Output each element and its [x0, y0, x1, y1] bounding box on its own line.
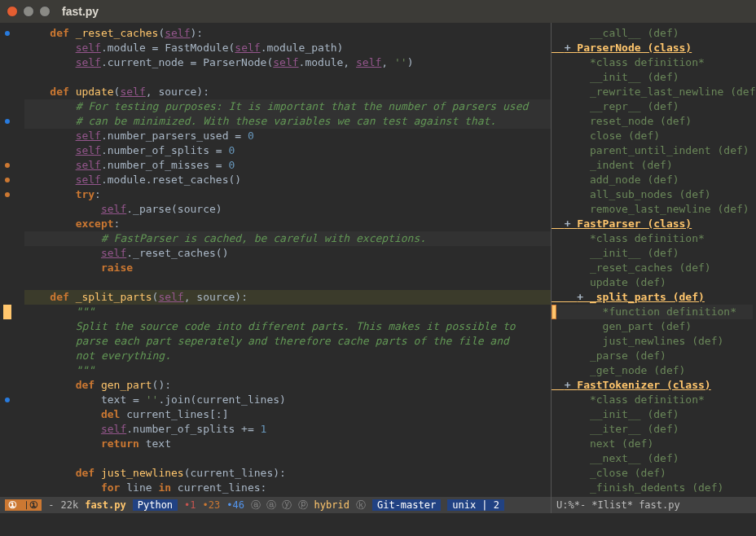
outline-item[interactable]: next (def)	[552, 437, 753, 451]
outline-item[interactable]: __init__ (def)	[552, 246, 753, 261]
outline-item[interactable]: __iter__ (def)	[552, 422, 753, 437]
editor-area: def _reset_caches(self): self.module = F…	[0, 23, 756, 497]
outline-item[interactable]: *class definition*	[552, 55, 753, 70]
window-titlebar: fast.py	[0, 0, 756, 23]
outline-item[interactable]: __init__ (def)	[552, 70, 753, 85]
status-encoding: unix | 2	[447, 499, 504, 511]
outline-item[interactable]: all_sub_nodes (def)	[552, 187, 753, 202]
outline-item[interactable]: __next__ (def)	[552, 451, 753, 466]
outline-item[interactable]: *class definition*	[552, 393, 753, 407]
status-right-text: U:%*- *Ilist* fast.py	[556, 499, 680, 511]
outline-item[interactable]: + _split_parts (def)	[552, 290, 753, 305]
gutter	[0, 23, 15, 497]
outline-item[interactable]: __call__ (def)	[552, 26, 753, 41]
close-icon[interactable]	[7, 6, 18, 17]
status-errors: •1	[184, 499, 196, 511]
outline-item[interactable]: just_newlines (def)	[552, 334, 753, 349]
status-badge-1: ①	[5, 499, 20, 511]
status-warnings: •23	[203, 499, 221, 511]
outline-item[interactable]: _get_prefix (def)	[552, 495, 753, 497]
maximize-icon[interactable]	[39, 6, 51, 17]
outline-item[interactable]: _rewrite_last_newline (def)	[552, 85, 753, 99]
outline-item[interactable]: *class definition*	[552, 231, 753, 246]
status-info: •46	[226, 499, 244, 511]
outline-item[interactable]: *function definition*	[552, 305, 753, 319]
outline-item[interactable]: parent_until_indent (def)	[552, 143, 753, 158]
outline-item[interactable]: _parse (def)	[552, 349, 753, 363]
outline-item[interactable]: _reset_caches (def)	[552, 261, 753, 275]
status-badge-2: ❘①	[20, 499, 42, 511]
status-size: 22k	[60, 499, 78, 511]
status-file: fast.py	[85, 499, 126, 511]
window-title: fast.py	[62, 5, 99, 18]
code-buffer[interactable]: def _reset_caches(self): self.module = F…	[15, 23, 551, 497]
status-minor-modes-a: ⓐ ⓐ ⓨ ⓟ	[251, 499, 308, 512]
outline-item[interactable]: close (def)	[552, 129, 753, 143]
outline-pane[interactable]: __call__ (def) + ParserNode (class) *cla…	[551, 23, 756, 497]
status-right: U:%*- *Ilist* fast.py	[551, 497, 756, 513]
outline-item[interactable]: _indent (def)	[552, 158, 753, 173]
status-dash: -	[48, 499, 54, 511]
status-vc: Git-master	[372, 499, 441, 511]
outline-item[interactable]: _finish_dedents (def)	[552, 481, 753, 495]
outline-item[interactable]: __repr__ (def)	[552, 99, 753, 114]
outline-item[interactable]: add_node (def)	[552, 173, 753, 187]
status-bar: ① ❘① - 22k fast.py Python •1 •23 •46 ⓐ ⓐ…	[0, 497, 756, 513]
status-minor-modes-b: ⓚ	[356, 499, 366, 512]
status-left: ① ❘① - 22k fast.py Python •1 •23 •46 ⓐ ⓐ…	[0, 497, 551, 513]
code-pane[interactable]: def _reset_caches(self): self.module = F…	[0, 23, 551, 497]
outline-item[interactable]: update (def)	[552, 275, 753, 290]
outline-item[interactable]: + FastParser (class)	[552, 217, 753, 231]
outline-item[interactable]: reset_node (def)	[552, 114, 753, 129]
minibuffer[interactable]	[0, 513, 756, 536]
outline-item[interactable]: remove_last_newline (def)	[552, 202, 753, 217]
status-hybrid: hybrid	[314, 499, 349, 511]
outline-item[interactable]: gen_part (def)	[552, 319, 753, 334]
outline-item[interactable]: _get_node (def)	[552, 363, 753, 378]
minimize-icon[interactable]	[23, 6, 34, 17]
outline-item[interactable]: __init__ (def)	[552, 407, 753, 422]
outline-item[interactable]: _close (def)	[552, 466, 753, 481]
outline-item[interactable]: + ParserNode (class)	[552, 41, 753, 55]
status-major-mode: Python	[133, 499, 178, 511]
outline-item[interactable]: + FastTokenizer (class)	[552, 378, 753, 393]
